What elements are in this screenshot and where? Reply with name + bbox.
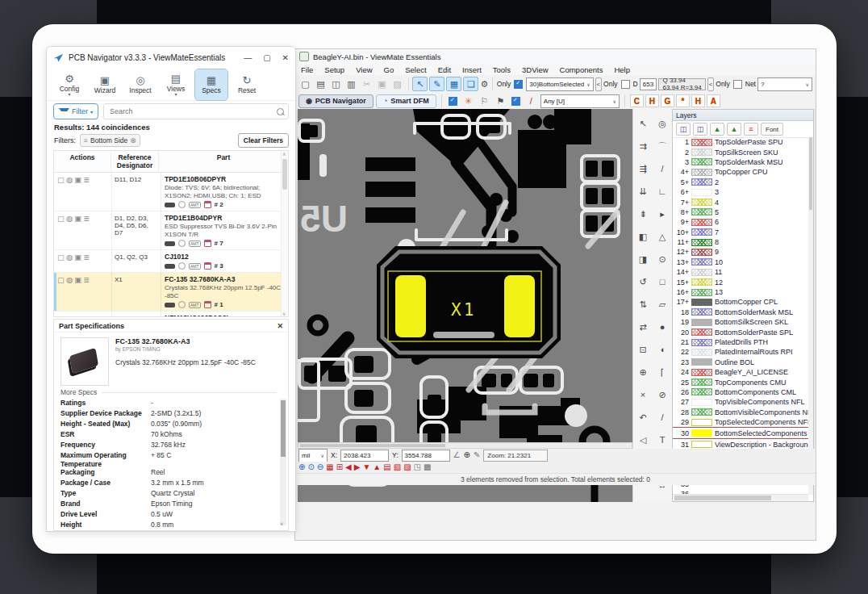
part-row[interactable]: ▢ ◍ ▣ ≣ Q1, Q2, Q3 CJ1012: [54, 250, 288, 273]
layer-row[interactable]: 9+ 6: [673, 217, 808, 227]
layer-color-swatch[interactable]: [691, 408, 712, 416]
parallelogram-tool[interactable]: ▱: [659, 293, 666, 316]
pen-icon[interactable]: ✎: [474, 450, 480, 460]
canvas-hscrollbar[interactable]: [298, 442, 632, 449]
distribute-tool[interactable]: ⇅: [639, 293, 646, 316]
new-file-icon[interactable]: ▢: [298, 77, 312, 90]
x-coordinate-input[interactable]: 2038.423: [340, 450, 389, 462]
halfmoon-tool[interactable]: ◖: [660, 338, 666, 361]
gerber-letter-icon[interactable]: C: [630, 94, 644, 107]
menu-item[interactable]: Go: [378, 65, 400, 74]
layer-color-swatch[interactable]: [691, 299, 712, 306]
layer-row[interactable]: 27 TopVisibleComponents NFL: [673, 397, 808, 407]
layer-row[interactable]: 7+ 4: [673, 197, 808, 207]
maximize-button[interactable]: ▢: [263, 53, 270, 62]
open-file-icon[interactable]: ▤: [314, 77, 328, 90]
layer-color-swatch[interactable]: [691, 189, 712, 196]
compare-icon[interactable]: ▣: [74, 215, 81, 249]
layer-color-swatch[interactable]: [691, 379, 712, 386]
pad-tool[interactable]: ●: [660, 316, 666, 338]
specs-scrollbar[interactable]: ∨: [280, 399, 286, 525]
layer-color-swatch[interactable]: [691, 369, 712, 376]
zoom-out-icon[interactable]: ⊖: [317, 462, 323, 472]
layers-vscrollbar[interactable]: [808, 137, 813, 495]
clear-filters-button[interactable]: Clear Filters: [238, 133, 289, 148]
arc-tool[interactable]: ⌒: [658, 135, 667, 157]
group-select-icon[interactable]: ▦: [446, 77, 461, 91]
text-tool[interactable]: T: [660, 429, 666, 451]
print-icon[interactable]: ▥: [344, 77, 358, 90]
slant-tool[interactable]: /: [661, 406, 663, 429]
layer-color-swatch[interactable]: [691, 308, 712, 316]
settings-icon[interactable]: ⚙: [480, 77, 488, 90]
align-left-icon[interactable]: ◫: [676, 123, 691, 136]
flag-outline-icon[interactable]: ⚐: [478, 94, 491, 107]
layer-row[interactable]: 1 TopSolderPaste SPU: [673, 137, 808, 147]
layer-row[interactable]: 22 PlatedInternalRouts RPI: [673, 347, 808, 357]
layer-row[interactable]: 10+ 7: [673, 228, 808, 237]
layer-row[interactable]: 23 Outline BOL: [673, 358, 808, 367]
layer-back-button[interactable]: <: [595, 77, 602, 91]
net-dropdown[interactable]: ? ∨: [757, 77, 812, 91]
select-mode-icon[interactable]: ↖: [412, 77, 428, 91]
zoom-window-icon[interactable]: ⊙: [307, 462, 314, 472]
spark-icon[interactable]: ✳: [461, 94, 475, 107]
bom-icon[interactable]: ≣: [83, 253, 90, 272]
layer-row[interactable]: 17+ BottomCopper CPL: [673, 297, 808, 307]
layer-color-swatch[interactable]: [691, 388, 712, 395]
rectangle-tool[interactable]: □: [660, 270, 666, 293]
window-crop-icon[interactable]: ▩: [424, 462, 431, 472]
menu-item[interactable]: Setup: [319, 65, 350, 74]
pan-left-icon[interactable]: ◀: [345, 462, 352, 472]
measure-line-icon[interactable]: /: [524, 94, 538, 107]
menu-item[interactable]: 3DView: [516, 65, 554, 74]
power-tool[interactable]: ⊕: [639, 361, 646, 383]
layers-hscrollbar[interactable]: [673, 494, 808, 501]
select-tool[interactable]: ↖: [639, 112, 646, 135]
edit-mode-icon[interactable]: ✎: [429, 77, 444, 91]
specs-close-icon[interactable]: ✕: [277, 322, 283, 330]
y-coordinate-input[interactable]: 3554.788: [402, 450, 450, 462]
cut-icon[interactable]: ✂: [360, 77, 373, 90]
menu-item[interactable]: Insert: [457, 65, 487, 74]
grid-lines-icon[interactable]: ⊞: [336, 462, 343, 472]
layer-row[interactable]: 5+ 2: [673, 178, 808, 187]
layer-color-swatch[interactable]: [691, 258, 712, 266]
part-row[interactable]: ▢ ◍ ▣ ≣ C140, C156 NFM18HC106D0G3L Feed …: [54, 312, 288, 317]
bom-icon[interactable]: ≣: [83, 215, 90, 249]
toolbar-button[interactable]: ↻ Reset: [231, 69, 263, 100]
layer-row[interactable]: 21 PlatedDrills PTH: [673, 337, 808, 347]
menu-item[interactable]: File: [295, 65, 319, 74]
frame-select-tool[interactable]: ⊡: [639, 338, 646, 361]
datasheet-icon[interactable]: ▢: [57, 276, 65, 311]
layer-color-swatch[interactable]: [691, 429, 712, 437]
dcode-back-button[interactable]: <: [707, 77, 714, 91]
layer-stack-icon[interactable]: ≡: [744, 123, 758, 136]
gerber-letter-icon[interactable]: H: [645, 94, 659, 107]
undo-tool[interactable]: ↶: [639, 406, 646, 429]
pan-up-icon[interactable]: ▲: [373, 462, 381, 472]
bom-icon[interactable]: ≣: [83, 176, 90, 211]
layer-color-swatch[interactable]: [691, 208, 712, 215]
web-icon[interactable]: ◍: [66, 176, 73, 211]
layer-row[interactable]: 13+ 10: [673, 257, 808, 267]
smart-dfm-tab[interactable]: ◔ Smart DFM: [376, 94, 436, 108]
layer-row[interactable]: 15+ 12: [673, 277, 808, 287]
toolbar-button[interactable]: ▤ Views ▾: [160, 69, 192, 100]
layer-color-swatch[interactable]: [691, 319, 712, 326]
layer-color-swatch[interactable]: [691, 249, 712, 256]
right-title-bar[interactable]: BeagleY-AI.bin - ViewMate Essentials: [295, 49, 816, 65]
flip-vertical-tool[interactable]: ◨: [639, 248, 647, 270]
nofill-tool[interactable]: ⊘: [658, 383, 666, 406]
copy-icon[interactable]: ▣: [375, 77, 389, 90]
menu-item[interactable]: Select: [399, 65, 432, 74]
layer-row[interactable]: 2 TopSilkScreen SKU: [673, 147, 808, 157]
dcode-input[interactable]: 653: [640, 78, 657, 90]
prev-layer-icon[interactable]: ▤: [383, 462, 390, 472]
layer-row[interactable]: 19 BottomSilkScreen SKL: [673, 317, 808, 327]
layer-dropdown[interactable]: 30)BottomSelected ∨: [526, 77, 593, 91]
layer-color-swatch[interactable]: [691, 358, 712, 366]
compare-icon[interactable]: ▣: [74, 276, 81, 311]
crosshair-icon[interactable]: ⊕: [464, 450, 470, 460]
layer-color-swatch[interactable]: [691, 178, 712, 186]
